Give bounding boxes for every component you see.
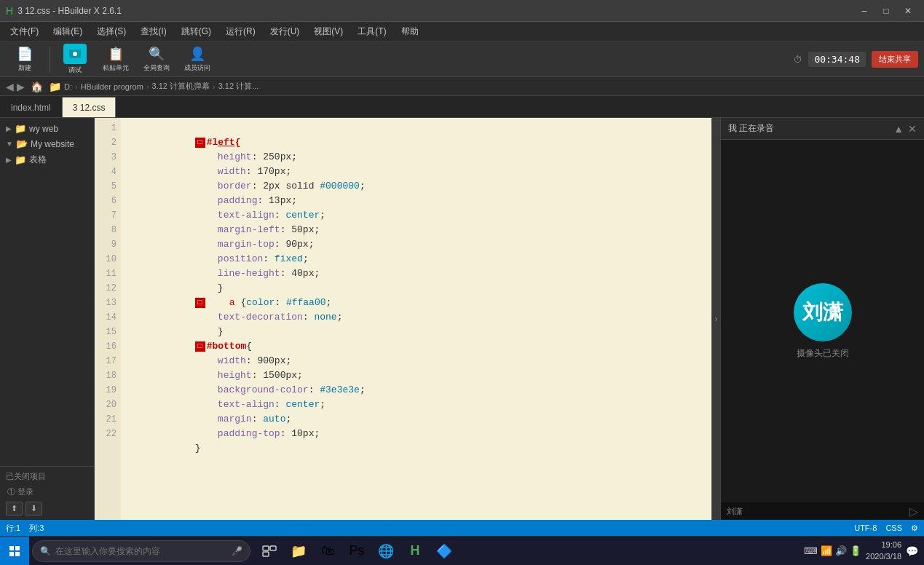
video-panel: 我 正在录音 ▲ ✕ 刘潇 摄像头已关闭 刘潇 ▷ xyxy=(720,118,924,520)
svg-rect-3 xyxy=(15,546,20,550)
svg-rect-4 xyxy=(9,552,14,556)
taskbar-time[interactable]: 19:06 2020/3/18 xyxy=(866,540,901,562)
status-icon[interactable]: ⚙ xyxy=(911,523,918,533)
taskbar-mic-icon[interactable]: 🎤 xyxy=(232,546,242,556)
minimize-button[interactable]: – xyxy=(854,3,874,19)
breadcrumb-current[interactable]: 3.12 计算... xyxy=(218,81,259,92)
fold-icon-1[interactable]: □ xyxy=(195,138,205,148)
taskbar-file-explorer[interactable]: 📁 xyxy=(285,538,312,564)
svg-point-1 xyxy=(73,52,77,56)
menu-publish[interactable]: 发行(U) xyxy=(263,22,307,42)
close-button[interactable]: ✕ xyxy=(898,3,918,19)
closed-projects-label: 已关闭项目 xyxy=(6,471,88,482)
camera-off-label: 摄像头已关闭 xyxy=(797,347,849,360)
menu-tools[interactable]: 工具(T) xyxy=(350,22,393,42)
volume-icon[interactable]: 🔊 xyxy=(835,545,847,556)
sidebar-down-button[interactable]: ⬇ xyxy=(25,502,42,515)
window-title: 3 12.css - HBuilder X 2.6.1 xyxy=(17,6,850,16)
breadcrumb-hbuilder[interactable]: HBuilder progrom xyxy=(81,82,143,91)
breadcrumb-312[interactable]: 3.12 计算机弹幕 xyxy=(152,81,210,92)
menu-run[interactable]: 运行(R) xyxy=(218,22,263,42)
toolbar-paste[interactable]: 📋 粘贴单元 xyxy=(97,44,135,76)
maximize-button[interactable]: □ xyxy=(876,3,896,19)
svg-rect-2 xyxy=(9,546,14,550)
menu-jump[interactable]: 跳转(G) xyxy=(174,22,218,42)
menu-find[interactable]: 查找(I) xyxy=(133,22,173,42)
video-user-name: 刘潇 xyxy=(727,506,743,517)
sidebar-item-wyweb[interactable]: ▶ 📁 wy web xyxy=(0,121,94,136)
notification-icon[interactable]: 💬 xyxy=(906,545,918,557)
search-icon: 🔍 xyxy=(149,46,165,62)
breadcrumb-d[interactable]: D: xyxy=(64,82,72,91)
svg-rect-5 xyxy=(15,552,20,556)
fold-icon-12[interactable]: □ xyxy=(195,298,205,308)
end-share-button[interactable]: 结束共享 xyxy=(872,51,918,68)
taskbar-ps[interactable]: Ps xyxy=(344,538,370,564)
toolbar-new[interactable]: 📄 新建 xyxy=(6,44,44,76)
taskbar-hbuilder[interactable]: H xyxy=(402,538,428,564)
member-icon: 👤 xyxy=(189,46,205,62)
menu-file[interactable]: 文件(F) xyxy=(3,22,46,42)
taskbar-store[interactable]: 🛍 xyxy=(315,538,341,564)
sidebar-item-table[interactable]: ▶ 📁 表格 xyxy=(0,151,94,168)
toolbar: 📄 新建 调试 📋 粘贴单元 🔍 全局查询 👤 成员访问 ⏱ 00:34:48 … xyxy=(0,42,924,77)
toolbar-paste-label: 粘贴单元 xyxy=(103,63,129,73)
sidebar-up-button[interactable]: ⬆ xyxy=(6,502,23,515)
home-icon[interactable]: 🏠 xyxy=(31,81,43,92)
sidebar-section: ▶ 📁 wy web ▼ 📂 My website ▶ 📁 表格 xyxy=(0,118,94,171)
toolbar-search-label: 全局查询 xyxy=(143,63,170,73)
menu-view[interactable]: 视图(V) xyxy=(307,22,350,42)
timer-area: ⏱ 00:34:48 结束共享 xyxy=(794,51,918,68)
taskbar-edge[interactable]: 🌐 xyxy=(373,538,399,564)
menu-bar: 文件(F) 编辑(E) 选择(S) 查找(I) 跳转(G) 运行(R) 发行(U… xyxy=(0,22,924,42)
toolbar-separator-1 xyxy=(50,47,50,73)
sys-icons: ⌨ 📶 🔊 🔋 xyxy=(804,545,861,556)
tab-index-html[interactable]: index.html xyxy=(0,97,62,117)
paste-icon: 📋 xyxy=(108,46,124,62)
video-panel-title: 我 正在录音 xyxy=(728,122,774,135)
video-controls: ▲ ✕ xyxy=(893,123,917,135)
debug-icon xyxy=(63,44,87,64)
battery-icon[interactable]: 🔋 xyxy=(850,545,861,556)
toolbar-debug[interactable]: 调试 xyxy=(56,44,94,75)
status-encoding: UTF-8 xyxy=(854,523,877,533)
menu-select[interactable]: 选择(S) xyxy=(90,22,133,42)
register-button[interactable]: ① 登录 xyxy=(6,485,88,499)
svg-rect-8 xyxy=(263,552,269,556)
taskbar-task-view[interactable] xyxy=(256,538,283,564)
keyboard-icon[interactable]: ⌨ xyxy=(804,545,818,556)
video-expand-btn[interactable]: ▷ xyxy=(909,505,918,518)
back-icon[interactable]: ◀ xyxy=(6,81,14,92)
video-close-icon[interactable]: ✕ xyxy=(908,123,917,135)
menu-help[interactable]: 帮助 xyxy=(394,22,426,42)
toolbar-member[interactable]: 👤 成员访问 xyxy=(178,44,216,76)
status-right: UTF-8 CSS ⚙ xyxy=(854,523,918,533)
register-label: ① 登录 xyxy=(7,486,33,497)
fold-icon-15[interactable]: □ xyxy=(195,341,205,352)
forward-icon[interactable]: ▶ xyxy=(17,81,25,92)
svg-rect-7 xyxy=(270,546,276,550)
sidebar-item-wyweb-label: wy web xyxy=(29,124,58,134)
date-display: 2020/3/18 xyxy=(866,551,901,562)
chevron-right-icon: › xyxy=(715,314,718,324)
code-editor[interactable]: 1 2 3 4 5 6 7 8 9 10 11 12 13 14 15 16 1 xyxy=(95,118,711,520)
sidebar-item-mywebsite[interactable]: ▼ 📂 My website xyxy=(0,136,94,151)
taskbar-app7[interactable]: 🔷 xyxy=(431,538,457,564)
video-panel-header: 我 正在录音 ▲ ✕ xyxy=(721,118,924,140)
sidebar-footer: 已关闭项目 ① 登录 ⬆ ⬇ xyxy=(0,466,94,520)
timer-display: 00:34:48 xyxy=(808,52,866,67)
start-button[interactable] xyxy=(0,537,29,566)
taskbar: 🔍 🎤 📁 🛍 Ps 🌐 H 🔷 ⌨ 📶 🔊 🔋 19:06 2020/3/18 xyxy=(0,536,924,565)
toolbar-search[interactable]: 🔍 全局查询 xyxy=(138,44,175,76)
main-window: H 3 12.css - HBuilder X 2.6.1 – □ ✕ 文件(F… xyxy=(0,0,924,536)
video-area: 刘潇 摄像头已关闭 xyxy=(721,140,924,502)
folder-icon: 📁 xyxy=(15,123,26,134)
taskbar-search[interactable]: 🔍 🎤 xyxy=(32,540,250,562)
collapse-handle[interactable]: › xyxy=(711,118,720,520)
network-icon[interactable]: 📶 xyxy=(821,545,832,556)
video-expand-icon[interactable]: ▲ xyxy=(893,123,904,135)
menu-edit[interactable]: 编辑(E) xyxy=(46,22,90,42)
taskbar-search-input[interactable] xyxy=(55,546,227,556)
tab-312-css[interactable]: 3 12.css xyxy=(62,97,117,117)
code-lines[interactable]: □#left{ height: 250px; width: 170px; bor… xyxy=(121,118,711,520)
